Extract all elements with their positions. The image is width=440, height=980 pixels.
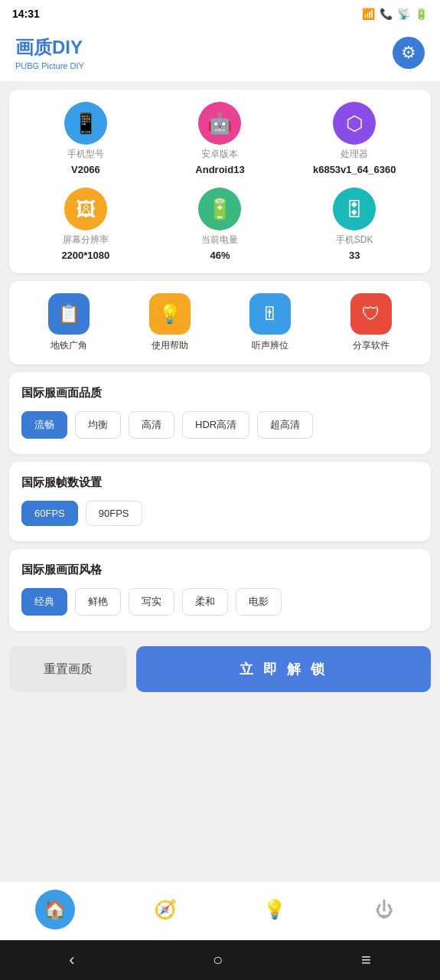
status-icons: 📶 📞 📡 🔋 [362,8,428,20]
compass-icon: 🧭 [154,899,177,920]
android-value: Android13 [195,164,244,175]
fps-title: 国际服帧数设置 [21,475,419,490]
fps-60-button[interactable]: 60FPS [21,501,78,526]
action-audio[interactable]: 🎚 听声辨位 [223,293,318,352]
sdk-value: 33 [349,250,360,261]
subway-icon: 📋 [48,293,90,335]
action-subway-label: 地铁广角 [51,339,87,352]
actions-grid: 📋 地铁广角 💡 使用帮助 🎚 听声辨位 🛡 分享软件 [21,293,419,352]
nav-menu-button[interactable]: ≡ [361,950,371,970]
style-soft-button[interactable]: 柔和 [182,588,228,616]
audio-icon: 🎚 [249,293,291,335]
battery-icon: 🔋 [415,8,428,20]
settings-button[interactable]: ⚙ [393,37,425,69]
cpu-icon: ⬡ [333,102,376,145]
fps-90-button[interactable]: 90FPS [86,501,142,526]
quality-title: 国际服画面品质 [21,386,419,400]
status-bar: 14:31 📶 📞 📡 🔋 [0,0,440,28]
action-subway[interactable]: 📋 地铁广角 [21,293,116,352]
device-item-cpu: ⬡ 处理器 k6853v1_64_6360 [290,102,419,175]
bulb-icon: 💡 [263,899,286,920]
android-icon: 🤖 [198,102,241,145]
style-section: 国际服画面风格 经典 鲜艳 写实 柔和 电影 [9,549,431,631]
header-title-block: 画质DIY PUBG Picture DIY [15,35,84,70]
quality-balanced-button[interactable]: 均衡 [75,411,121,439]
tab-power[interactable]: ⏻ [365,890,405,929]
tab-bar: 🏠 🧭 💡 ⏻ [0,881,440,940]
unlock-button[interactable]: 立 即 解 锁 [136,646,431,692]
action-share[interactable]: 🛡 分享软件 [324,293,419,352]
quality-hd-button[interactable]: 高清 [129,411,174,439]
device-item-android: 🤖 安卓版本 Android13 [156,102,285,175]
share-icon: 🛡 [350,293,392,335]
nav-home-button[interactable]: ○ [213,950,223,970]
gear-icon: ⚙ [401,43,416,63]
status-time: 14:31 [12,8,40,20]
app-title: 画质DIY [15,35,84,60]
battery-value: 46% [210,250,230,261]
app-subtitle: PUBG Picture DIY [15,61,84,70]
device-grid: 📱 手机型号 V2066 🤖 安卓版本 Android13 ⬡ 处理器 k685… [21,102,419,261]
nav-back-button[interactable]: ‹ [69,950,74,970]
resolution-value: 2200*1080 [61,250,109,261]
tab-explore[interactable]: 🧭 [145,890,185,929]
style-classic-button[interactable]: 经典 [21,588,67,616]
style-options: 经典 鲜艳 写实 柔和 电影 [21,588,419,616]
phone-model-icon: 📱 [64,102,107,145]
quality-hdr-button[interactable]: HDR高清 [182,411,249,439]
help-icon: 💡 [149,293,191,335]
action-share-label: 分享软件 [353,339,389,352]
style-vivid-button[interactable]: 鲜艳 [75,588,121,616]
action-help-label: 使用帮助 [152,339,188,352]
android-label: 安卓版本 [201,148,238,161]
quality-section: 国际服画面品质 流畅 均衡 高清 HDR高清 超高清 [9,372,431,454]
tab-home[interactable]: 🏠 [35,890,75,929]
action-audio-label: 听声辨位 [252,339,288,352]
style-title: 国际服画面风格 [21,563,419,577]
phone-model-label: 手机型号 [67,148,104,161]
cpu-label: 处理器 [341,148,368,161]
device-item-battery: 🔋 当前电量 46% [156,188,285,261]
quality-options: 流畅 均衡 高清 HDR高清 超高清 [21,411,419,439]
fps-section: 国际服帧数设置 60FPS 90FPS [9,462,431,541]
fps-options: 60FPS 90FPS [21,501,419,526]
device-item-resolution: 🖼 屏幕分辨率 2200*1080 [21,188,150,261]
resolution-icon: 🖼 [64,188,107,230]
app-header: 画质DIY PUBG Picture DIY ⚙ [0,28,440,82]
style-realistic-button[interactable]: 写实 [129,588,174,616]
device-info-card: 📱 手机型号 V2066 🤖 安卓版本 Android13 ⬡ 处理器 k685… [9,90,431,273]
system-nav-bar: ‹ ○ ≡ [0,940,440,980]
quality-smooth-button[interactable]: 流畅 [21,411,67,439]
signal-icon: 📶 [362,8,375,20]
bottom-buttons: 重置画质 立 即 解 锁 [9,646,431,692]
resolution-label: 屏幕分辨率 [63,234,109,247]
cpu-value: k6853v1_64_6360 [313,164,396,175]
quick-actions-card: 📋 地铁广角 💡 使用帮助 🎚 听声辨位 🛡 分享软件 [9,281,431,364]
home-icon: 🏠 [44,899,67,920]
action-help[interactable]: 💡 使用帮助 [122,293,217,352]
phone-model-value: V2066 [71,164,100,175]
device-item-sdk: 🎛 手机SDK 33 [290,188,419,261]
device-item-model: 📱 手机型号 V2066 [21,102,150,175]
battery-label: 当前电量 [201,234,238,247]
quality-ultrahd-button[interactable]: 超高清 [257,411,313,439]
reset-button[interactable]: 重置画质 [9,646,127,692]
wifi-icon: 📡 [397,8,410,20]
sdk-icon: 🎛 [333,188,376,230]
battery-level-icon: 🔋 [198,188,241,230]
style-movie-button[interactable]: 电影 [236,588,282,616]
sdk-label: 手机SDK [336,234,373,247]
tab-tips[interactable]: 💡 [255,890,295,929]
power-icon: ⏻ [376,899,394,920]
call-icon: 📞 [380,8,393,20]
